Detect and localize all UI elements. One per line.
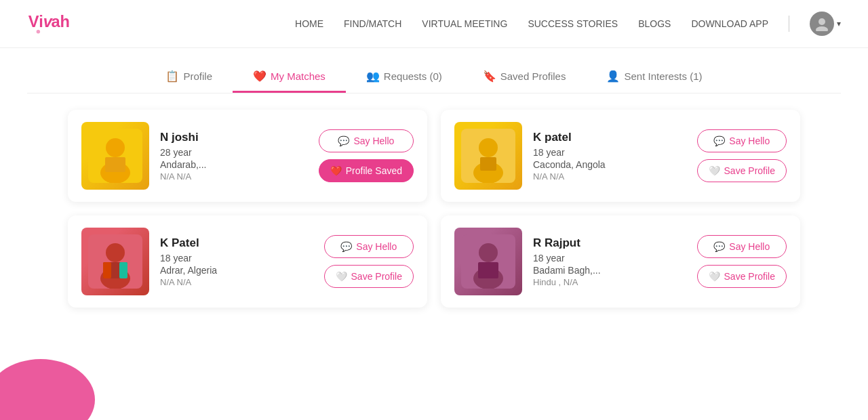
tab-profile[interactable]: 📋 Profile: [145, 62, 233, 93]
profile-tab-icon: 📋: [165, 70, 179, 83]
nav-blogs[interactable]: BLOGS: [638, 18, 671, 29]
match-location-3: Adrar, Algeria: [160, 265, 313, 276]
match-location-2: Caconda, Angola: [533, 159, 686, 170]
say-hello-button-2[interactable]: 💬 Say Hello: [697, 129, 787, 152]
match-location-4: Badami Bagh,...: [533, 265, 686, 276]
sent-interests-tab-icon: 👤: [606, 70, 620, 83]
match-name-3: K Patel: [160, 236, 313, 250]
nav-divider: [789, 16, 789, 32]
match-info-3: K Patel 18 year Adrar, Algeria N/A N/A: [160, 236, 313, 287]
svg-rect-18: [103, 262, 111, 278]
tab-requests-label: Requests (0): [384, 70, 442, 82]
match-photo-1[interactable]: [81, 122, 149, 190]
match-photo-2[interactable]: [454, 122, 522, 190]
svg-rect-19: [119, 262, 127, 278]
match-location-1: Andarab,...: [160, 159, 308, 170]
svg-rect-23: [478, 262, 498, 278]
tab-sent-interests-label: Sent Interests (1): [624, 70, 702, 82]
match-photo-3[interactable]: [81, 228, 149, 295]
match-age-2: 18 year: [533, 147, 686, 158]
matches-grid: N joshi 28 year Andarab,... N/A N/A 💬 Sa…: [68, 110, 800, 308]
match-actions-1: 💬 Say Hello ❤️ Profile Saved: [319, 129, 414, 182]
nav-find-match[interactable]: FIND/MATCH: [344, 18, 401, 29]
match-photo-4[interactable]: [454, 228, 522, 295]
whatsapp-icon-4: 💬: [713, 241, 725, 252]
svg-point-4: [818, 18, 825, 25]
match-card-2: K patel 18 year Caconda, Angola N/A N/A …: [441, 110, 800, 202]
match-card-1: N joshi 28 year Andarab,... N/A N/A 💬 Sa…: [68, 110, 427, 202]
match-status-2: N/A N/A: [533, 171, 686, 182]
tab-my-matches[interactable]: ❤️ My Matches: [233, 62, 346, 93]
say-hello-button-1[interactable]: 💬 Say Hello: [319, 129, 414, 152]
header: Vi v ah HOME FIND/MATCH VIRTUAL MEETING …: [0, 0, 868, 48]
svg-point-15: [106, 243, 125, 262]
match-name-2: K patel: [533, 131, 686, 144]
whatsapp-icon-2: 💬: [713, 135, 725, 146]
save-profile-button-1[interactable]: ❤️ Profile Saved: [319, 159, 414, 182]
tab-my-matches-label: My Matches: [271, 70, 326, 82]
heart-icon-4: 🤍: [709, 271, 720, 282]
tab-requests[interactable]: 👥 Requests (0): [346, 62, 462, 93]
match-actions-3: 💬 Say Hello 🤍 Save Profile: [324, 235, 414, 288]
tab-profile-label: Profile: [183, 70, 212, 82]
svg-point-21: [479, 243, 498, 262]
say-hello-button-4[interactable]: 💬 Say Hello: [697, 235, 787, 258]
requests-tab-icon: 👥: [366, 70, 380, 83]
tab-saved-profiles-label: Saved Profiles: [500, 70, 566, 82]
match-info-4: R Rajput 18 year Badami Bagh,... Hindu ,…: [533, 236, 686, 287]
main-content: N joshi 28 year Andarab,... N/A N/A 💬 Sa…: [0, 93, 868, 324]
chevron-down-icon: ▾: [837, 19, 841, 28]
svg-rect-13: [480, 157, 496, 171]
tab-sent-interests[interactable]: 👤 Sent Interests (1): [586, 62, 722, 93]
whatsapp-icon-1: 💬: [338, 135, 349, 146]
saved-profiles-tab-icon: 🔖: [483, 70, 496, 83]
nav-home[interactable]: HOME: [295, 18, 323, 29]
match-age-1: 28 year: [160, 147, 308, 158]
whatsapp-icon-3: 💬: [340, 241, 352, 252]
match-age-3: 18 year: [160, 253, 313, 264]
heart-icon-3: 🤍: [336, 271, 347, 282]
svg-point-3: [37, 30, 40, 33]
svg-text:ah: ah: [51, 13, 70, 30]
say-hello-button-3[interactable]: 💬 Say Hello: [324, 235, 414, 258]
svg-point-5: [816, 26, 828, 31]
heart-saved-icon-1: ❤️: [330, 165, 342, 176]
svg-point-11: [479, 138, 498, 157]
nav-download-app[interactable]: DOWNLOAD APP: [691, 18, 768, 29]
match-age-4: 18 year: [533, 253, 686, 264]
match-card-3: K Patel 18 year Adrar, Algeria N/A N/A 💬…: [68, 215, 427, 308]
nav-success-stories[interactable]: SUCCESS STORIES: [528, 18, 618, 29]
match-card-4: R Rajput 18 year Badami Bagh,... Hindu ,…: [441, 215, 800, 308]
avatar: [810, 12, 834, 36]
match-status-1: N/A N/A: [160, 171, 308, 182]
match-status-4: Hindu , N/A: [533, 277, 686, 287]
match-actions-2: 💬 Say Hello 🤍 Save Profile: [697, 129, 787, 182]
match-info-2: K patel 18 year Caconda, Angola N/A N/A: [533, 131, 686, 182]
save-profile-button-2[interactable]: 🤍 Save Profile: [697, 159, 787, 182]
tabs-bar: 📋 Profile ❤️ My Matches 👥 Requests (0) 🔖…: [0, 48, 868, 93]
tab-saved-profiles[interactable]: 🔖 Saved Profiles: [462, 62, 587, 93]
svg-rect-9: [105, 157, 125, 172]
match-actions-4: 💬 Say Hello 🤍 Save Profile: [697, 235, 787, 288]
main-nav: HOME FIND/MATCH VIRTUAL MEETING SUCCESS …: [295, 12, 841, 36]
user-avatar-button[interactable]: ▾: [810, 12, 841, 36]
my-matches-tab-icon: ❤️: [253, 70, 267, 83]
heart-icon-2: 🤍: [709, 165, 720, 176]
save-profile-button-3[interactable]: 🤍 Save Profile: [324, 265, 414, 288]
match-name-4: R Rajput: [533, 236, 686, 250]
nav-virtual-meeting[interactable]: VIRTUAL MEETING: [422, 18, 507, 29]
match-name-1: N joshi: [160, 131, 308, 144]
logo[interactable]: Vi v ah: [27, 7, 95, 41]
svg-text:Vi: Vi: [28, 13, 43, 30]
svg-point-7: [106, 138, 125, 157]
match-status-3: N/A N/A: [160, 277, 313, 287]
save-profile-button-4[interactable]: 🤍 Save Profile: [697, 265, 787, 288]
match-info-1: N joshi 28 year Andarab,... N/A N/A: [160, 131, 308, 182]
